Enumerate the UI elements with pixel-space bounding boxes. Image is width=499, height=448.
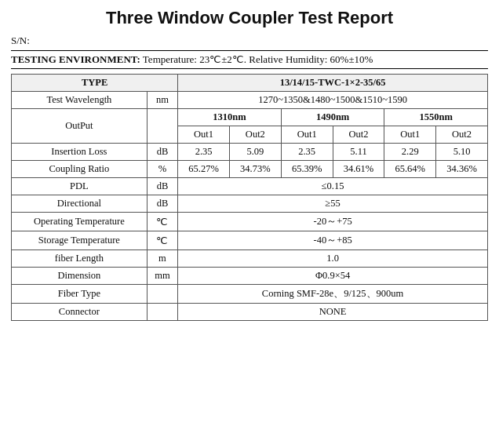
dimension-row: Dimension mm Φ0.9×54 bbox=[12, 268, 488, 285]
operating-temp-row: Operating Temperature ℃ -20～+75 bbox=[12, 213, 488, 231]
env-label: TESTING ENVIRONMENT: bbox=[11, 53, 140, 65]
fiber-length-unit: m bbox=[147, 250, 177, 268]
operating-temp-unit: ℃ bbox=[147, 213, 177, 231]
cr-v5: 34.36% bbox=[436, 161, 488, 178]
fiber-type-row: Fiber Type Corning SMF-28e、9/125、900um bbox=[12, 285, 488, 304]
il-v5: 5.10 bbox=[436, 144, 488, 161]
coupling-ratio-row: Coupling Ratio % 65.27% 34.73% 65.39% 34… bbox=[12, 161, 488, 178]
fiber-type-param: Fiber Type bbox=[12, 285, 148, 304]
out1-1310: Out1 bbox=[178, 126, 230, 144]
fiber-type-unit bbox=[147, 285, 177, 304]
wavelength-value: 1270~1350&1480~1500&1510~1590 bbox=[178, 92, 488, 109]
il-v3: 5.11 bbox=[333, 144, 384, 161]
directional-unit: dB bbox=[147, 195, 177, 213]
wavelength-row: Test Wavelength nm 1270~1350&1480~1500&1… bbox=[12, 92, 488, 109]
output-label: OutPut bbox=[12, 109, 148, 144]
coupling-ratio-unit: % bbox=[147, 161, 177, 178]
fiber-length-param: fiber Length bbox=[12, 250, 148, 268]
operating-temp-value: -20～+75 bbox=[178, 213, 488, 231]
report-title: Three Window Coupler Test Report bbox=[11, 8, 488, 28]
dimension-unit: mm bbox=[147, 268, 177, 285]
il-v0: 2.35 bbox=[178, 144, 230, 161]
wavelength-param: Test Wavelength bbox=[12, 92, 148, 109]
storage-temp-row: Storage Temperature ℃ -40～+85 bbox=[12, 231, 488, 250]
il-v2: 2.35 bbox=[281, 144, 333, 161]
pdl-unit: dB bbox=[147, 178, 177, 195]
cr-v2: 65.39% bbox=[281, 161, 333, 178]
connector-row: Connector NONE bbox=[12, 304, 488, 321]
il-v1: 5.09 bbox=[229, 144, 281, 161]
storage-temp-param: Storage Temperature bbox=[12, 231, 148, 250]
type-label: TYPE bbox=[12, 75, 178, 92]
il-v4: 2.29 bbox=[384, 144, 436, 161]
out2-1310: Out2 bbox=[229, 126, 281, 144]
out1-1550: Out1 bbox=[384, 126, 436, 144]
sn-line: S/N: bbox=[11, 35, 488, 47]
insertion-loss-param: Insertion Loss bbox=[12, 144, 148, 161]
output-header-row: OutPut 1310nm 1490nm 1550nm bbox=[12, 109, 488, 126]
output-unit bbox=[147, 109, 177, 144]
out2-1550: Out2 bbox=[436, 126, 488, 144]
nm-1490: 1490nm bbox=[281, 109, 384, 126]
storage-temp-unit: ℃ bbox=[147, 231, 177, 250]
fiber-type-value: Corning SMF-28e、9/125、900um bbox=[178, 285, 488, 304]
directional-row: Directional dB ≥55 bbox=[12, 195, 488, 213]
insertion-loss-row: Insertion Loss dB 2.35 5.09 2.35 5.11 2.… bbox=[12, 144, 488, 161]
pdl-value: ≤0.15 bbox=[178, 178, 488, 195]
operating-temp-param: Operating Temperature bbox=[12, 213, 148, 231]
storage-temp-value: -40～+85 bbox=[178, 231, 488, 250]
pdl-param: PDL bbox=[12, 178, 148, 195]
connector-unit bbox=[147, 304, 177, 321]
nm-1310: 1310nm bbox=[178, 109, 282, 126]
dimension-value: Φ0.9×54 bbox=[178, 268, 488, 285]
type-value: 13/14/15-TWC-1×2-35/65 bbox=[178, 75, 488, 92]
coupling-ratio-param: Coupling Ratio bbox=[12, 161, 148, 178]
cr-v0: 65.27% bbox=[178, 161, 230, 178]
cr-v3: 34.61% bbox=[333, 161, 384, 178]
out2-1490: Out2 bbox=[333, 126, 384, 144]
dimension-param: Dimension bbox=[12, 268, 148, 285]
directional-value: ≥55 bbox=[178, 195, 488, 213]
directional-param: Directional bbox=[12, 195, 148, 213]
sn-label: S/N: bbox=[11, 35, 30, 46]
fiber-length-value: 1.0 bbox=[178, 250, 488, 268]
env-line: TESTING ENVIRONMENT: Temperature: 23℃±2℃… bbox=[11, 50, 488, 69]
pdl-row: PDL dB ≤0.15 bbox=[12, 178, 488, 195]
env-value: Temperature: 23℃±2℃. Relative Humidity: … bbox=[143, 53, 373, 65]
main-table: TYPE 13/14/15-TWC-1×2-35/65 Test Wavelen… bbox=[11, 74, 488, 321]
connector-param: Connector bbox=[12, 304, 148, 321]
cr-v1: 34.73% bbox=[229, 161, 281, 178]
out1-1490: Out1 bbox=[281, 126, 333, 144]
cr-v4: 65.64% bbox=[384, 161, 436, 178]
nm-1550: 1550nm bbox=[384, 109, 488, 126]
insertion-loss-unit: dB bbox=[147, 144, 177, 161]
wavelength-unit: nm bbox=[147, 92, 177, 109]
type-row: TYPE 13/14/15-TWC-1×2-35/65 bbox=[12, 75, 488, 92]
fiber-length-row: fiber Length m 1.0 bbox=[12, 250, 488, 268]
connector-value: NONE bbox=[178, 304, 488, 321]
